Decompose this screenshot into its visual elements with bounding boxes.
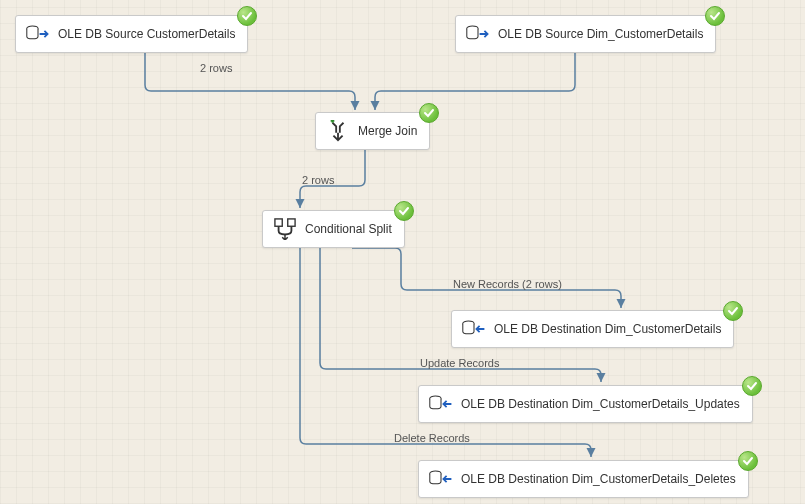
status-success-badge xyxy=(738,451,758,471)
db-source-icon xyxy=(466,24,490,44)
connectors-layer xyxy=(0,0,805,504)
edge-label-src1-merge: 2 rows xyxy=(198,62,234,74)
status-success-badge xyxy=(705,6,725,26)
db-destination-icon xyxy=(429,394,453,414)
ssis-dataflow-canvas[interactable]: OLE DB Source CustomerDetails OLE DB Sou… xyxy=(0,0,805,504)
node-oledb-source-dim-customerdetails[interactable]: OLE DB Source Dim_CustomerDetails xyxy=(455,15,716,53)
db-destination-icon xyxy=(429,469,453,489)
node-dest-dim-customerdetails-updates[interactable]: OLE DB Destination Dim_CustomerDetails_U… xyxy=(418,385,753,423)
edge-label-merge-split: 2 rows xyxy=(300,174,336,186)
merge-join-icon xyxy=(326,121,350,141)
node-label: OLE DB Source CustomerDetails xyxy=(58,27,235,41)
edge-label-split-destupd: Update Records xyxy=(418,357,502,369)
conditional-split-icon xyxy=(273,219,297,239)
db-source-icon xyxy=(26,24,50,44)
node-label: Conditional Split xyxy=(305,222,392,236)
node-dest-dim-customerdetails[interactable]: OLE DB Destination Dim_CustomerDetails xyxy=(451,310,734,348)
node-label: OLE DB Destination Dim_CustomerDetails_D… xyxy=(461,472,736,486)
status-success-badge xyxy=(237,6,257,26)
node-merge-join[interactable]: Merge Join xyxy=(315,112,430,150)
node-label: Merge Join xyxy=(358,124,417,138)
edge-label-split-destdel: Delete Records xyxy=(392,432,472,444)
node-oledb-source-customerdetails[interactable]: OLE DB Source CustomerDetails xyxy=(15,15,248,53)
edge-src2-merge xyxy=(375,52,575,110)
edge-label-split-destnew: New Records (2 rows) xyxy=(451,278,564,290)
status-success-badge xyxy=(723,301,743,321)
node-conditional-split[interactable]: Conditional Split xyxy=(262,210,405,248)
status-success-badge xyxy=(742,376,762,396)
status-success-badge xyxy=(419,103,439,123)
db-destination-icon xyxy=(462,319,486,339)
node-dest-dim-customerdetails-deletes[interactable]: OLE DB Destination Dim_CustomerDetails_D… xyxy=(418,460,749,498)
status-success-badge xyxy=(394,201,414,221)
edge-src1-merge xyxy=(145,52,355,110)
node-label: OLE DB Destination Dim_CustomerDetails xyxy=(494,322,721,336)
node-label: OLE DB Destination Dim_CustomerDetails_U… xyxy=(461,397,740,411)
node-label: OLE DB Source Dim_CustomerDetails xyxy=(498,27,703,41)
svg-rect-2 xyxy=(275,219,282,226)
svg-rect-3 xyxy=(288,219,295,226)
